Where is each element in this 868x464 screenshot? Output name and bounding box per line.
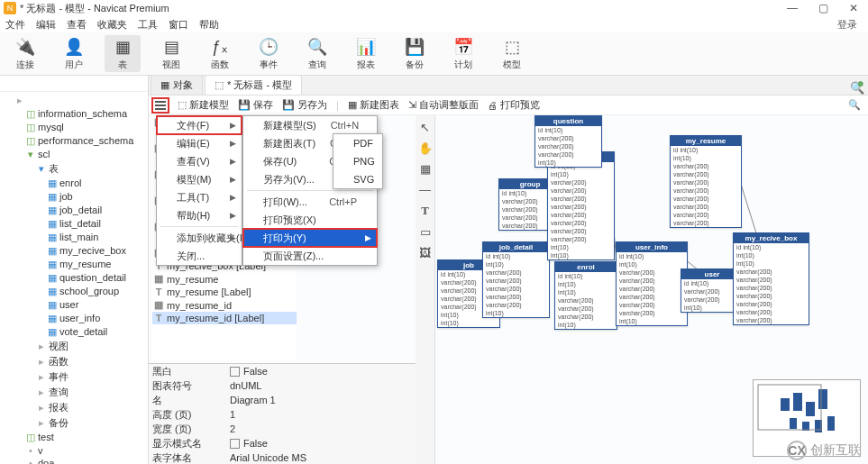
tool-query[interactable]: 🔍查询 [299, 36, 335, 71]
tool-view[interactable]: ▤视图 [153, 36, 189, 71]
menu-item[interactable]: 页面设置(Z)... [243, 247, 377, 265]
new-model-button[interactable]: ⬚新建模型 [178, 98, 229, 112]
tree-node[interactable]: ▾表 [0, 161, 148, 177]
menu-item[interactable]: 添加到收藏夹(I)...▶ [157, 229, 242, 247]
tool-connect[interactable]: 🔌连接 [7, 36, 43, 71]
tree-node[interactable]: ▸函数 [0, 354, 148, 369]
tree-node[interactable]: ▦job [0, 190, 148, 204]
menu-item[interactable]: 工具(T)▶ [157, 188, 242, 206]
menu-fav[interactable]: 收藏夹 [97, 18, 127, 32]
tree-node[interactable]: ▦job_detail [0, 204, 148, 217]
menu-item[interactable]: 新建模型(S)Ctrl+N [243, 116, 377, 134]
tab-model[interactable]: ⬚ * 无标题 - 模型 [205, 75, 302, 95]
auto-layout-button[interactable]: ⇲自动调整版面 [408, 98, 479, 112]
tool-event[interactable]: 🕒事件 [251, 36, 287, 71]
tree-node[interactable]: ◫information_schema [0, 107, 148, 121]
tool-schedule[interactable]: 📅计划 [445, 36, 481, 71]
menu-item[interactable]: 帮助(H)▶ [157, 206, 242, 224]
entity-list_detail[interactable]: list_detailid int(10)int(10)varchar(200)… [547, 151, 615, 260]
tree-node[interactable]: ▦user [0, 298, 148, 312]
list-item[interactable]: ▦my_resume_id [152, 298, 297, 312]
menu-item[interactable]: PNG [333, 152, 382, 170]
menu-file[interactable]: 文件 [5, 18, 25, 32]
login-link[interactable]: 登录 [837, 18, 857, 32]
prop-row[interactable]: 显示模式名False [149, 436, 416, 450]
prop-row[interactable]: 宽度 (页)2 [149, 422, 416, 436]
search-icon[interactable]: 🔍 [848, 99, 861, 111]
tool-model[interactable]: ⬚模型 [494, 36, 530, 71]
hamburger-button[interactable] [152, 98, 169, 113]
tree-node[interactable]: ▦user_info [0, 312, 148, 325]
entity-header: my_recive_box [734, 233, 809, 243]
save-as-button[interactable]: 💾另存为 [282, 98, 327, 112]
prop-row[interactable]: 高度 (页)1 [149, 407, 416, 422]
tool-backup[interactable]: 💾备份 [397, 36, 433, 71]
entity-my_recive_box[interactable]: my_recive_boxid int(10)int(10)int(10)var… [733, 232, 809, 325]
entity-my_resume[interactable]: my_resumeid int(10)int(10)varchar(200)va… [670, 135, 742, 228]
tree-node[interactable]: ▦enrol [0, 177, 148, 190]
tree-node[interactable]: ▾scl [0, 148, 148, 161]
menu-item[interactable]: SVG [333, 170, 382, 188]
menu-help[interactable]: 帮助 [199, 18, 219, 32]
tree-node[interactable]: ▸查询 [0, 385, 148, 400]
menu-item[interactable]: PDF [333, 134, 382, 152]
maximize-button[interactable]: ▢ [812, 2, 834, 14]
entity-field: varchar(200) [548, 211, 614, 219]
menu-window[interactable]: 窗口 [169, 18, 188, 32]
tree-node[interactable]: ▦my_resume [0, 258, 148, 271]
tree-node[interactable]: •v [0, 444, 148, 457]
menu-item[interactable]: 文件(F)▶ [157, 116, 242, 134]
menu-item[interactable]: 编辑(E)▶ [157, 134, 242, 152]
prop-row[interactable]: 黑白False [149, 364, 416, 378]
entity-enrol[interactable]: enrolid int(10)int(10)int(10)varchar(200… [554, 261, 617, 330]
list-item[interactable]: Tmy_resume_id [Label] [152, 312, 297, 324]
menu-view[interactable]: 查看 [67, 18, 87, 32]
menu-item[interactable]: 关闭... [157, 247, 242, 265]
tool-report[interactable]: 📊报表 [348, 36, 384, 71]
tree-node[interactable]: ▸备份 [0, 415, 148, 431]
auto-layout-label: 自动调整版面 [419, 98, 479, 112]
close-button[interactable]: ✕ [843, 2, 864, 14]
prop-row[interactable]: 名Diagram 1 [149, 393, 416, 407]
tree-node[interactable]: ▸ [0, 94, 148, 107]
tree-search[interactable] [0, 76, 148, 92]
checkbox[interactable] [230, 439, 240, 449]
tool-table[interactable]: ▦表 [105, 35, 141, 72]
menu-item[interactable]: 模型(M)▶ [157, 170, 242, 188]
entity-user_info[interactable]: user_infoid int(10)int(10)varchar(200)va… [616, 241, 688, 326]
menu-item[interactable]: 打印为(Y)▶ [243, 229, 377, 247]
tree-node[interactable]: ▦list_detail [0, 217, 148, 231]
list-item[interactable]: ▦my_resume [152, 272, 297, 286]
tree-node[interactable]: ◫mysql [0, 121, 148, 134]
tree-node[interactable]: ▸事件 [0, 369, 148, 385]
tree-node[interactable]: ▦question_detail [0, 271, 148, 285]
checkbox[interactable] [230, 367, 240, 377]
tree-node[interactable]: ▦vote_detail [0, 325, 148, 339]
new-diagram-button[interactable]: ▦新建图表 [348, 98, 399, 112]
tool-label: 事件 [260, 59, 278, 71]
menu-item[interactable]: 打印预览(X) [243, 211, 377, 229]
tree-node[interactable]: ▦school_group [0, 285, 148, 298]
minimize-button[interactable]: — [781, 2, 803, 14]
tree-node[interactable]: ◫test [0, 431, 148, 444]
tree-node[interactable]: ▸报表 [0, 400, 148, 415]
tree-node[interactable]: ◫performance_schema [0, 134, 148, 148]
menu-tools[interactable]: 工具 [138, 18, 158, 32]
tool-function[interactable]: ƒₓ函数 [202, 36, 238, 71]
entity-question[interactable]: questionid int(10)varchar(200)varchar(20… [535, 115, 602, 168]
save-button[interactable]: 💾保存 [238, 98, 273, 112]
print-preview-button[interactable]: 🖨打印预览 [488, 98, 540, 112]
menu-item[interactable]: 打印(W)...Ctrl+P [243, 193, 377, 211]
tree-node[interactable]: •doa [0, 457, 148, 464]
tree-node[interactable]: ▦list_main [0, 231, 148, 244]
menu-edit[interactable]: 编辑 [36, 18, 56, 32]
menu-item[interactable]: 查看(V)▶ [157, 152, 242, 170]
entity-job_detail[interactable]: job_detailid int(10)int(10)varchar(200)v… [482, 241, 550, 318]
list-item[interactable]: Tmy_resume [Label] [152, 286, 297, 298]
tree-node[interactable]: ▸视图 [0, 339, 148, 354]
tab-objects[interactable]: ▦ 对象 [151, 75, 203, 95]
tree-node[interactable]: ▦my_recive_box [0, 244, 148, 258]
prop-row[interactable]: 表字体名Arial Unicode MS [149, 450, 416, 464]
prop-row[interactable]: 图表符号dnUML [149, 378, 416, 393]
tool-user[interactable]: 👤用户 [56, 36, 92, 71]
